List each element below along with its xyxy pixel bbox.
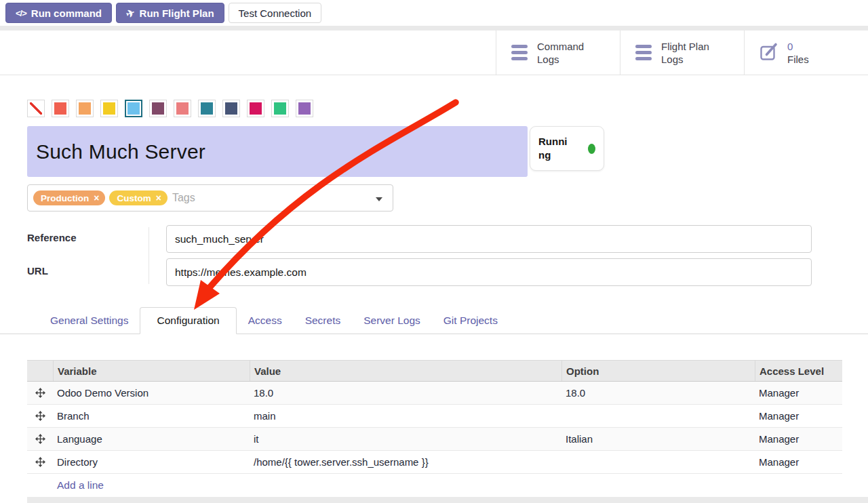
color-swatch-navy[interactable] [222, 100, 240, 117]
tab-server-logs[interactable]: Server Logs [352, 307, 432, 334]
cell-access-level[interactable]: Manager [755, 405, 842, 427]
tag-custom[interactable]: Custom× [109, 190, 167, 205]
stat-button-command-logs[interactable]: Command Logs [496, 31, 620, 75]
drag-handle[interactable] [27, 451, 53, 473]
color-swatch-no-color[interactable] [27, 100, 45, 117]
list-icon [635, 45, 652, 60]
cell-access-level[interactable]: Manager [755, 451, 842, 473]
status-button[interactable]: Running [530, 126, 604, 171]
cell-variable[interactable]: Language [53, 428, 250, 450]
status-label: Running [538, 135, 572, 162]
run-command-label: Run command [31, 7, 102, 19]
run-flight-plan-button[interactable]: ✈ Run Flight Plan [116, 3, 224, 23]
table-row: Odoo Demo Version 18.0 18.0 Manager [27, 382, 842, 405]
test-connection-button[interactable]: Test Connection [229, 3, 322, 23]
cell-option[interactable]: Italian [561, 428, 755, 450]
color-swatch-light-blue[interactable] [125, 100, 142, 117]
url-label: URL [27, 258, 166, 277]
config-table-footer: Add a line [27, 474, 842, 497]
cell-variable[interactable]: Directory [53, 451, 250, 473]
handle-column-header [27, 361, 53, 381]
color-swatch-salmon[interactable] [174, 100, 191, 117]
tag-remove-icon[interactable]: × [94, 193, 99, 203]
cell-access-level[interactable]: Manager [755, 428, 842, 450]
drag-handle[interactable] [27, 382, 53, 404]
table-row: Branch main Manager [27, 405, 842, 428]
edit-icon [760, 42, 778, 63]
stat-button-row: Command Logs Flight Plan Logs 0 Files [0, 31, 868, 75]
title-row: Such Much Server Running [27, 126, 842, 177]
color-swatch-purple[interactable] [296, 100, 313, 117]
drag-handle[interactable] [27, 405, 53, 427]
reference-input[interactable] [166, 225, 812, 253]
cell-value[interactable]: /home/{{ tower.server.ssh_username }} [250, 451, 561, 473]
bottom-band [27, 497, 868, 503]
color-swatch-green[interactable] [271, 100, 289, 117]
tag-remove-icon[interactable]: × [156, 193, 161, 203]
color-swatch-raspberry[interactable] [247, 100, 264, 117]
tag-label: Custom [117, 193, 151, 203]
color-swatch-red[interactable] [52, 100, 69, 117]
config-table: Variable Value Option Access Level Odoo … [27, 360, 842, 497]
form-sheet: Such Much Server Running Production×Cust… [0, 100, 868, 497]
flight-plan-logs-label: Flight Plan Logs [661, 40, 709, 66]
color-swatch-yellow[interactable] [100, 100, 118, 117]
column-header-access-level: Access Level [755, 361, 842, 381]
server-name-field[interactable]: Such Much Server [27, 126, 528, 177]
cell-value[interactable]: 18.0 [250, 382, 561, 404]
run-flight-plan-label: Run Flight Plan [140, 7, 214, 19]
chevron-down-icon[interactable] [376, 197, 382, 201]
plane-icon: ✈ [125, 7, 136, 19]
column-header-option: Option [561, 361, 755, 381]
color-swatch-teal[interactable] [198, 100, 216, 117]
cell-option[interactable] [561, 451, 755, 473]
tab-general-settings[interactable]: General Settings [39, 307, 140, 334]
cell-variable[interactable]: Odoo Demo Version [53, 382, 250, 404]
code-icon: </> [16, 8, 26, 18]
reference-label: Reference [27, 225, 166, 243]
files-label: 0 Files [787, 40, 809, 66]
action-bar: </> Run command ✈ Run Flight Plan Test C… [0, 0, 868, 26]
tag-label: Production [41, 193, 89, 203]
table-row: Directory /home/{{ tower.server.ssh_user… [27, 451, 842, 474]
cell-value[interactable]: main [250, 405, 561, 427]
command-logs-label: Command Logs [537, 40, 584, 66]
tab-git-projects[interactable]: Git Projects [432, 307, 509, 334]
list-icon [511, 45, 528, 60]
add-a-line-link[interactable]: Add a line [53, 474, 842, 497]
config-table-header: Variable Value Option Access Level [27, 360, 842, 382]
table-row: Language it Italian Manager [27, 428, 842, 451]
drag-handle[interactable] [27, 428, 53, 450]
run-command-button[interactable]: </> Run command [5, 3, 112, 23]
cell-value[interactable]: it [250, 428, 561, 450]
tab-bar: General SettingsConfigurationAccessSecre… [0, 307, 868, 334]
column-header-variable: Variable [53, 361, 250, 381]
status-dot-icon [588, 144, 595, 154]
tab-access[interactable]: Access [237, 307, 294, 334]
move-icon [35, 411, 45, 421]
tags-field[interactable]: Production×Custom× Tags [27, 184, 393, 212]
move-icon [35, 388, 45, 398]
cell-variable[interactable]: Branch [53, 405, 250, 427]
cell-option[interactable] [561, 405, 755, 427]
move-icon [35, 434, 45, 444]
config-table-body: Odoo Demo Version 18.0 18.0 Manager Bran… [27, 382, 842, 474]
color-swatch-orange[interactable] [76, 100, 94, 117]
field-group: Reference URL [27, 225, 842, 286]
color-palette [27, 100, 842, 117]
color-swatch-dark-purple[interactable] [149, 100, 167, 117]
test-connection-label: Test Connection [239, 7, 312, 19]
cell-option[interactable]: 18.0 [561, 382, 755, 404]
stat-button-flight-plan-logs[interactable]: Flight Plan Logs [620, 31, 744, 75]
tab-configuration[interactable]: Configuration [140, 307, 236, 334]
cell-access-level[interactable]: Manager [755, 382, 842, 404]
stat-button-files[interactable]: 0 Files [744, 31, 868, 75]
tag-production[interactable]: Production× [33, 190, 105, 205]
url-input[interactable] [166, 258, 812, 286]
move-icon [35, 457, 45, 467]
tag-list: Production×Custom× [33, 190, 167, 205]
tab-secrets[interactable]: Secrets [294, 307, 353, 334]
tags-placeholder: Tags [172, 192, 195, 204]
separator-band [0, 26, 868, 31]
column-header-value: Value [250, 361, 561, 381]
